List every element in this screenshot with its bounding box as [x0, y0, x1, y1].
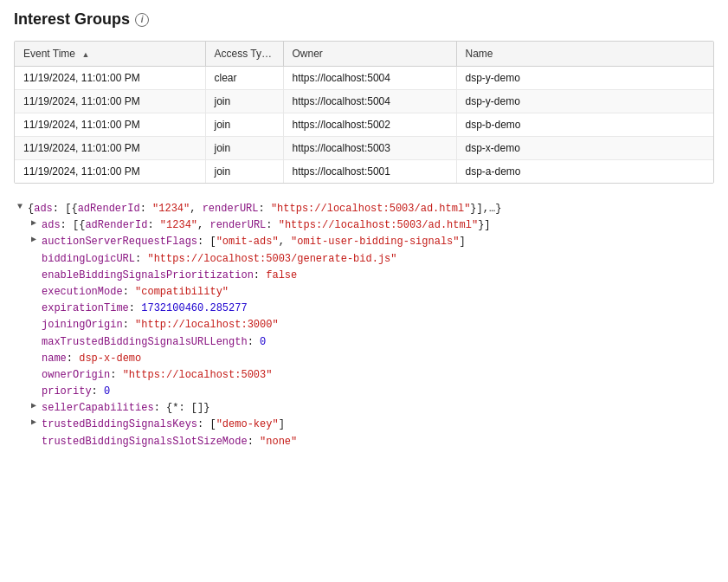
table-row: 11/19/2024, 11:01:00 PMjoinhttps://local… [15, 113, 713, 137]
cell-access_type: join [205, 113, 283, 137]
table-row: 11/19/2024, 11:01:00 PMclearhttps://loca… [15, 67, 713, 90]
json-joining-origin-row: joiningOrigin : "http://localhost:3000" [14, 317, 714, 333]
interest-groups-table-container: Event Time ▲ Access Ty… Owner Name 11/19… [14, 41, 714, 184]
json-tree: ▼ { ads : [{ adRenderId : "1234" , rende… [14, 197, 714, 454]
json-priority-row: priority : 0 [14, 384, 714, 400]
auction-toggle[interactable]: ▶ [28, 234, 40, 246]
json-execution-mode-row: executionMode : "compatibility" [14, 284, 714, 301]
cell-owner: https://localhost:5002 [283, 113, 456, 137]
page-title: Interest Groups [14, 10, 130, 29]
table-row: 11/19/2024, 11:01:00 PMjoinhttps://local… [15, 160, 713, 184]
col-header-event-time[interactable]: Event Time ▲ [15, 42, 205, 67]
cell-event_time: 11/19/2024, 11:01:00 PM [15, 160, 205, 184]
ads-toggle[interactable]: ▶ [28, 217, 40, 230]
cell-owner: https://localhost:5003 [283, 137, 456, 160]
table-row: 11/19/2024, 11:01:00 PMjoinhttps://local… [15, 137, 713, 160]
col-header-access-type[interactable]: Access Ty… [205, 42, 283, 67]
json-root-row: ▼ { ads : [{ adRenderId : "1234" , rende… [14, 201, 714, 217]
cell-owner: https://localhost:5004 [283, 90, 456, 113]
seller-capabilities-toggle[interactable]: ▶ [28, 400, 40, 412]
json-enable-bidding-row: enableBiddingSignalsPrioritization : fal… [14, 268, 714, 284]
cell-event_time: 11/19/2024, 11:01:00 PM [15, 67, 205, 90]
cell-access_type: join [205, 160, 283, 184]
cell-access_type: clear [205, 67, 283, 90]
trusted-keys-toggle[interactable]: ▶ [28, 417, 40, 429]
owner-origin-link[interactable]: "https://localhost:5003" [123, 367, 273, 384]
json-auction-row: ▶ auctionServerRequestFlags : [ "omit-ad… [14, 234, 714, 250]
sort-asc-icon: ▲ [81, 50, 89, 59]
cell-access_type: join [205, 137, 283, 160]
json-name-row: name : dsp-x-demo [14, 351, 714, 367]
info-icon[interactable]: i [135, 13, 149, 27]
cell-owner: https://localhost:5004 [283, 67, 456, 90]
json-ads-row: ▶ ads : [{ adRenderId : "1234" , renderU… [14, 217, 714, 234]
page-header: Interest Groups i [14, 10, 714, 29]
col-header-name[interactable]: Name [456, 42, 713, 67]
cell-name: dsp-x-demo [456, 137, 713, 160]
joining-origin-link[interactable]: "http://localhost:3000" [135, 317, 279, 333]
table-body: 11/19/2024, 11:01:00 PMclearhttps://loca… [15, 67, 713, 184]
json-owner-origin-row: ownerOrigin : "https://localhost:5003" [14, 367, 714, 384]
bidding-logic-url-link[interactable]: "https://localhost:5003/generate-bid.js" [147, 251, 396, 268]
root-toggle[interactable]: ▼ [14, 201, 26, 213]
json-trusted-keys-row: ▶ trustedBiddingSignalsKeys : [ "demo-ke… [14, 417, 714, 433]
json-expiration-row: expirationTime : 1732100460.285277 [14, 301, 714, 317]
cell-owner: https://localhost:5001 [283, 160, 456, 184]
col-header-owner[interactable]: Owner [283, 42, 456, 67]
cell-access_type: join [205, 90, 283, 113]
table-row: 11/19/2024, 11:01:00 PMjoinhttps://local… [15, 90, 713, 113]
json-max-trusted-row: maxTrustedBiddingSignalsURLLength : 0 [14, 334, 714, 351]
cell-event_time: 11/19/2024, 11:01:00 PM [15, 90, 205, 113]
json-bidding-logic-row: biddingLogicURL : "https://localhost:500… [14, 251, 714, 268]
cell-event_time: 11/19/2024, 11:01:00 PM [15, 137, 205, 160]
cell-name: dsp-y-demo [456, 67, 713, 90]
table-header-row: Event Time ▲ Access Ty… Owner Name [15, 42, 713, 67]
cell-event_time: 11/19/2024, 11:01:00 PM [15, 113, 205, 137]
cell-name: dsp-y-demo [456, 90, 713, 113]
interest-groups-table: Event Time ▲ Access Ty… Owner Name 11/19… [15, 42, 713, 183]
json-seller-capabilities-row: ▶ sellerCapabilities : {*: []} [14, 400, 714, 417]
cell-name: dsp-b-demo [456, 113, 713, 137]
cell-name: dsp-a-demo [456, 160, 713, 184]
json-trusted-slot-row: trustedBiddingSignalsSlotSizeMode : "non… [14, 434, 714, 450]
